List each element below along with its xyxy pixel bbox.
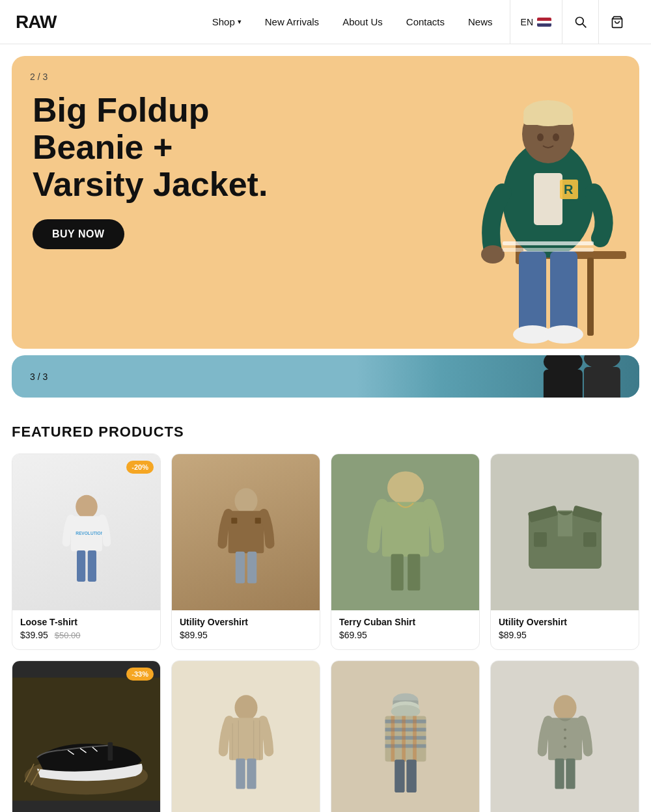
- chevron-down-icon: ▾: [238, 18, 242, 26]
- product-card[interactable]: Utility Overshirt $89.95: [171, 660, 320, 812]
- svg-point-39: [387, 471, 424, 504]
- svg-rect-16: [519, 251, 546, 336]
- svg-point-13: [537, 133, 544, 141]
- svg-rect-36: [247, 552, 256, 584]
- svg-rect-77: [395, 760, 404, 792]
- product-image: [172, 454, 320, 610]
- svg-text:REVOLUTION: REVOLUTION: [76, 531, 104, 535]
- product-card[interactable]: Flannel Shirt $69.95: [331, 660, 480, 812]
- svg-point-15: [481, 245, 505, 264]
- product-image: -33%: [12, 661, 160, 812]
- svg-rect-40: [382, 502, 429, 557]
- products-grid-row2: -33% Skate Shoe $59.95 $89.95: [12, 660, 639, 812]
- svg-point-79: [553, 695, 576, 720]
- svg-rect-47: [534, 532, 547, 547]
- svg-rect-17: [550, 251, 577, 336]
- language-selector[interactable]: EN: [510, 0, 562, 44]
- svg-rect-4: [587, 258, 594, 336]
- site-header: RAW Shop ▾ New Arrivals About Us Contact…: [0, 0, 651, 44]
- svg-point-33: [234, 488, 257, 513]
- svg-rect-76: [413, 716, 417, 761]
- main-nav: Shop ▾ New Arrivals About Us Contacts Ne…: [201, 16, 505, 27]
- hero-slide-2: 2 / 3 Big Foldup Beanie + Varsity Jacket…: [12, 56, 639, 349]
- svg-point-85: [564, 746, 566, 748]
- svg-rect-75: [402, 716, 406, 761]
- svg-rect-60: [247, 759, 256, 789]
- svg-point-19: [544, 325, 583, 344]
- product-card[interactable]: Utility Overshirt $89.95: [171, 453, 320, 650]
- svg-rect-22: [503, 241, 594, 245]
- svg-rect-31: [77, 550, 85, 582]
- svg-rect-9: [534, 173, 562, 225]
- svg-rect-82: [566, 759, 575, 789]
- svg-point-28: [76, 495, 98, 519]
- featured-section: FEATURED PRODUCTS REVOLUTION -20%: [0, 398, 651, 812]
- cart-button[interactable]: [599, 0, 635, 44]
- svg-rect-59: [236, 759, 245, 789]
- product-name: Utility Overshirt: [180, 617, 312, 627]
- product-price: $89.95: [180, 630, 312, 640]
- product-price: $69.95: [339, 630, 471, 640]
- discount-badge: -33%: [126, 668, 154, 681]
- svg-point-26: [584, 355, 620, 369]
- nav-news[interactable]: News: [456, 16, 505, 27]
- product-name: Terry Cuban Shirt: [339, 617, 471, 627]
- product-info: Loose T-shirt $39.95 $50.00: [12, 610, 160, 649]
- svg-point-68: [391, 705, 420, 718]
- svg-line-1: [582, 23, 585, 27]
- svg-rect-78: [406, 760, 416, 792]
- svg-rect-12: [523, 113, 573, 125]
- nav-new-arrivals[interactable]: New Arrivals: [253, 16, 331, 27]
- svg-rect-81: [555, 759, 564, 789]
- svg-rect-23: [503, 248, 594, 252]
- product-image: [491, 454, 639, 610]
- flag-icon: [537, 18, 551, 27]
- original-price: $50.00: [55, 630, 81, 640]
- product-card[interactable]: Terry Cuban Shirt $69.95: [331, 453, 480, 650]
- svg-rect-41: [391, 554, 403, 591]
- svg-point-83: [564, 729, 566, 731]
- svg-rect-51: [108, 742, 113, 761]
- svg-rect-42: [408, 554, 420, 591]
- svg-rect-38: [255, 518, 260, 524]
- svg-rect-25: [544, 370, 583, 398]
- product-card[interactable]: REVOLUTION -20% Loose T-shirt $39.95 $50…: [12, 453, 161, 650]
- product-info: Utility Overshirt $89.95: [172, 610, 320, 649]
- product-card[interactable]: Utility Overshirt $89.95: [490, 660, 639, 812]
- nav-about-us[interactable]: About Us: [331, 16, 395, 27]
- hero-section: 2 / 3 Big Foldup Beanie + Varsity Jacket…: [0, 44, 651, 398]
- search-icon: [574, 16, 587, 29]
- product-image: [331, 454, 479, 610]
- product-info: Utility Overshirt $89.95: [491, 610, 639, 649]
- svg-text:R: R: [564, 182, 574, 196]
- product-card[interactable]: Utility Overshirt $89.95: [490, 453, 639, 650]
- slide-title: Big Foldup Beanie + Varsity Jacket.: [33, 92, 280, 204]
- product-price: $39.95 $50.00: [20, 630, 152, 640]
- product-image: REVOLUTION -20%: [12, 454, 160, 610]
- product-image: [491, 661, 639, 812]
- svg-rect-58: [229, 718, 263, 760]
- hero-slide-3-peek: 3 / 3: [12, 355, 639, 398]
- product-price: $89.95: [499, 630, 631, 640]
- svg-point-0: [575, 17, 583, 25]
- peek-counter: 3 / 3: [30, 372, 48, 382]
- product-name: Loose T-shirt: [20, 617, 152, 627]
- svg-rect-48: [583, 532, 596, 547]
- product-card[interactable]: -33% Skate Shoe $59.95 $89.95: [12, 660, 161, 812]
- svg-rect-35: [235, 552, 244, 584]
- nav-contacts[interactable]: Contacts: [395, 16, 456, 27]
- site-logo[interactable]: RAW: [16, 12, 56, 33]
- slide-content: Big Foldup Beanie + Varsity Jacket. BUY …: [33, 92, 280, 249]
- nav-shop[interactable]: Shop ▾: [201, 16, 253, 27]
- product-image: [172, 661, 320, 812]
- search-button[interactable]: [562, 0, 599, 44]
- discount-badge: -20%: [126, 461, 154, 474]
- peek-image-strip: [357, 355, 639, 398]
- product-name: Utility Overshirt: [499, 617, 631, 627]
- slide-counter: 2 / 3: [30, 72, 48, 82]
- products-grid-row1: REVOLUTION -20% Loose T-shirt $39.95 $50…: [12, 453, 639, 650]
- svg-point-14: [553, 133, 559, 141]
- buy-now-button[interactable]: BUY NOW: [33, 219, 124, 249]
- svg-rect-74: [391, 716, 395, 761]
- header-actions: EN: [510, 0, 635, 44]
